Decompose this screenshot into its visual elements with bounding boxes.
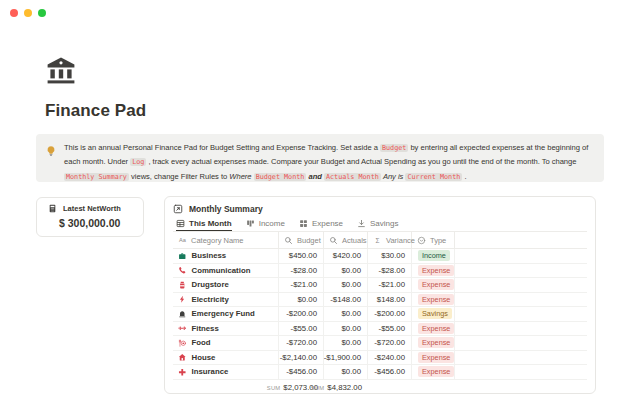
cell-budget[interactable]: -$28.00 <box>279 264 324 278</box>
callout-code-token: Budget Month <box>254 173 307 181</box>
callout-text-segment: and <box>308 172 321 181</box>
cell-actuals[interactable]: $0.00 <box>324 336 368 350</box>
type-badge-expense: Expense <box>418 323 454 334</box>
cell-type[interactable]: Expense <box>412 322 455 336</box>
column-header-category-name[interactable]: AaCategory Name <box>173 232 279 248</box>
cell-budget[interactable]: -$21.00 <box>279 278 324 292</box>
category-name-label: Fitness <box>192 324 219 333</box>
callout-text-segment: Any is <box>383 172 404 181</box>
tab-savings[interactable]: Savings <box>357 219 398 231</box>
cell-type[interactable]: Expense <box>412 293 455 307</box>
callout-code-token: Budget <box>380 144 408 152</box>
cell-budget[interactable]: -$200.00 <box>279 307 324 321</box>
callout-code-token: Actuals Month <box>324 173 381 181</box>
table-row-emergency-fund: Emergency Fund-$200.00$0.00-$200.00Savin… <box>173 307 587 322</box>
cell-actuals[interactable]: -$1,900.00 <box>324 351 368 365</box>
cell-variance[interactable]: -$240.00 <box>368 351 412 365</box>
bank-icon[interactable] <box>45 55 77 87</box>
cell-actuals[interactable]: $0.00 <box>324 365 368 379</box>
cell-type[interactable]: Income <box>412 249 455 263</box>
callout-text: This is an annual Personal Finance Pad f… <box>64 141 594 176</box>
cell-category-name[interactable]: Business <box>173 249 279 263</box>
cell-type[interactable]: Expense <box>412 336 455 350</box>
cell-actuals[interactable]: $0.00 <box>324 322 368 336</box>
cell-variance[interactable]: $148.00 <box>368 293 412 307</box>
table-row-electricity: Electricity$0.00-$148.00$148.00Expense <box>173 293 587 308</box>
cell-actuals[interactable]: $0.00 <box>324 264 368 278</box>
cell-variance[interactable]: -$200.00 <box>368 307 412 321</box>
tab-label: This Month <box>189 219 232 228</box>
callout-text-segment: Where <box>229 172 251 181</box>
cell-budget[interactable]: $450.00 <box>279 249 324 263</box>
table-row-insurance: Insurance-$456.00$0.00-$456.00Expense <box>173 365 587 380</box>
house-icon <box>178 353 187 362</box>
cell-variance[interactable]: -$720.00 <box>368 336 412 350</box>
cell-actuals[interactable]: -$148.00 <box>324 293 368 307</box>
type-badge-expense: Expense <box>418 337 454 348</box>
callout-text-segment: . <box>462 172 466 181</box>
table-header: AaCategory NameBudgetActualsΣVarianceTyp… <box>173 232 587 249</box>
cell-budget[interactable]: -$55.00 <box>279 322 324 336</box>
cell-empty <box>455 264 587 278</box>
cell-budget[interactable]: -$720.00 <box>279 336 324 350</box>
cell-type[interactable]: Expense <box>412 365 455 379</box>
footer-actuals-sum[interactable]: SUM$4,832.00 <box>324 380 368 395</box>
table-row-food: Food-$720.00$0.00-$720.00Expense <box>173 336 587 351</box>
cell-type[interactable]: Savings <box>412 307 455 321</box>
cell-type[interactable]: Expense <box>412 264 455 278</box>
cell-empty <box>455 293 587 307</box>
cell-actuals[interactable]: $0.00 <box>324 307 368 321</box>
tab-this-month[interactable]: This Month <box>176 219 232 231</box>
cell-variance[interactable]: -$456.00 <box>368 365 412 379</box>
cell-actuals[interactable]: $420.00 <box>324 249 368 263</box>
column-header-actuals[interactable]: Actuals <box>324 232 368 248</box>
networth-label: Latest NetWorth <box>63 204 121 213</box>
category-name-label: Business <box>192 251 227 260</box>
cell-type[interactable]: Expense <box>412 351 455 365</box>
cross-icon <box>178 368 187 377</box>
cell-category-name[interactable]: Fitness <box>173 322 279 336</box>
medicine-icon <box>178 281 187 290</box>
table-row-drugstore: Drugstore-$21.00$0.00-$21.00Expense <box>173 278 587 293</box>
category-name-label: House <box>192 353 216 362</box>
cell-actuals[interactable]: $0.00 <box>324 278 368 292</box>
cell-empty <box>455 307 587 321</box>
cell-budget[interactable]: $0.00 <box>279 293 324 307</box>
zoom-window-button[interactable] <box>38 9 46 17</box>
cell-category-name[interactable]: Food <box>173 336 279 350</box>
cell-budget[interactable]: -$2,140.00 <box>279 351 324 365</box>
column-header-variance[interactable]: ΣVariance <box>368 232 412 248</box>
lightbulb-icon <box>45 143 57 155</box>
column-header-budget[interactable]: Budget <box>279 232 324 248</box>
cell-variance[interactable]: -$55.00 <box>368 322 412 336</box>
siren-icon <box>178 310 187 319</box>
tab-expense[interactable]: Expense <box>299 219 343 231</box>
tab-income[interactable]: Income <box>246 219 285 231</box>
category-name-label: Emergency Fund <box>192 309 255 318</box>
cell-empty <box>455 351 587 365</box>
cell-category-name[interactable]: House <box>173 351 279 365</box>
latest-networth-card[interactable]: Latest NetWorth $ 300,000.00 <box>36 197 144 237</box>
cell-category-name[interactable]: Drugstore <box>173 278 279 292</box>
cell-category-name[interactable]: Insurance <box>173 365 279 379</box>
monthly-summary-title[interactable]: Monthly Summary <box>189 204 263 214</box>
svg-text:Σ: Σ <box>376 236 380 243</box>
cell-variance[interactable]: $30.00 <box>368 249 412 263</box>
cell-budget[interactable]: -$456.00 <box>279 365 324 379</box>
category-name-label: Drugstore <box>192 280 229 289</box>
cell-category-name[interactable]: Communication <box>173 264 279 278</box>
cell-type[interactable]: Expense <box>412 278 455 292</box>
cell-variance[interactable]: -$21.00 <box>368 278 412 292</box>
callout-text-segment: views, change Filter Rules to <box>129 172 229 181</box>
column-header-type[interactable]: Type <box>412 232 455 248</box>
cell-category-name[interactable]: Emergency Fund <box>173 307 279 321</box>
calculator-icon <box>48 204 57 213</box>
close-window-button[interactable] <box>10 9 18 17</box>
gallery-view-icon <box>299 219 308 228</box>
cell-variance[interactable]: -$28.00 <box>368 264 412 278</box>
page-title: Finance Pad <box>45 101 146 121</box>
view-tabs: This MonthIncomeExpenseSavings <box>173 217 587 231</box>
minimize-window-button[interactable] <box>24 9 32 17</box>
cell-category-name[interactable]: Electricity <box>173 293 279 307</box>
briefcase-icon <box>178 252 187 261</box>
